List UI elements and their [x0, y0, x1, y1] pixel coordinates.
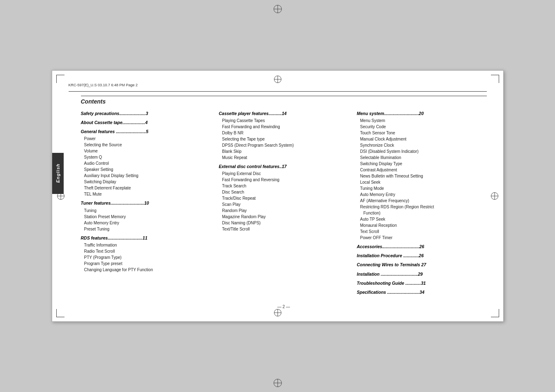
item-scan-play: Scan Play	[219, 201, 349, 208]
corner-mark-tl	[56, 75, 64, 83]
item-playing-cassette: Playing Cassette Tapes	[219, 118, 349, 124]
item-track-search: Track Search	[219, 183, 349, 189]
item-news-bulletin: News Bulletin with Timeout Setting	[357, 173, 487, 179]
reg-mark-bottom	[273, 378, 283, 388]
item-selecting-tape-type: Selecting the Tape type	[219, 136, 349, 142]
item-local-seek: Local Seek	[357, 179, 487, 185]
item-random-play: Random Play	[219, 208, 349, 214]
columns-container: Safety precautions......................…	[81, 110, 487, 297]
item-security-code: Security Code	[357, 124, 487, 130]
item-tuning-mode: Tuning Mode	[357, 185, 487, 191]
item-monaural-reception: Monaural Reception	[357, 222, 487, 228]
section-general: General features .......................…	[81, 128, 211, 135]
item-dpss: DPSS (Direct Program Search System)	[219, 142, 349, 148]
section-safety: Safety precautions......................…	[81, 110, 211, 117]
item-preset-tuning: Preset Tuning	[81, 226, 211, 232]
item-disc-search: Disc Search	[219, 189, 349, 195]
corner-mark-tr	[491, 75, 499, 83]
item-playing-external: Playing External Disc	[219, 171, 349, 177]
english-tab: English	[52, 153, 64, 194]
top-rule	[69, 91, 487, 92]
item-text-title-scroll: Text/Title Scroll	[219, 226, 349, 232]
header-meta: KRC-597(E)_U.S 03.10.7 6:48 PM Page 2	[69, 83, 487, 89]
item-tel-mute: TEL Mute	[81, 191, 211, 197]
item-selecting-source: Selecting the Source	[81, 142, 211, 148]
item-system-q: System Q	[81, 154, 211, 160]
item-volume: Volume	[81, 148, 211, 154]
column-3: Menu system.............................…	[357, 110, 487, 297]
item-text-scroll: Text Scroll	[357, 228, 487, 235]
item-selectable-illumination: Selectable Illumination	[357, 154, 487, 161]
column-2: Cassette player features...........14 Pl…	[219, 110, 349, 233]
item-restricting-rds: Restricting RDS Region (Region Restrict	[357, 204, 487, 210]
page-number: — 2 —	[81, 304, 487, 309]
english-tab-label: English	[55, 164, 60, 183]
item-restricting-rds-cont: Function)	[357, 210, 487, 216]
item-pty: PTY (Program Type)	[81, 254, 211, 261]
column-1: Safety precautions......................…	[81, 110, 211, 273]
item-changing-language: Changing Language for PTY Function	[81, 267, 211, 273]
item-manual-clock: Manual Clock Adjustment	[357, 136, 487, 142]
section-cassette-tape: About Cassette tape...................4	[81, 119, 211, 126]
item-af: AF (Alternative Frequency)	[357, 198, 487, 204]
item-dolby-bnr: Dolby B NR	[219, 130, 349, 136]
page-container: KRC-597(E)_U.S 03.10.7 6:48 PM Page 2 En…	[52, 70, 504, 322]
item-dsi: DSI (Disabled System Indicator)	[357, 148, 487, 154]
item-magazine-random: Magazine Random Play	[219, 214, 349, 220]
item-traffic-info: Traffic Information	[81, 242, 211, 248]
item-fast-forward-reversing: Fast Forwarding and Reversing	[219, 177, 349, 183]
section-menu: Menu system.............................…	[357, 110, 487, 117]
section-external-disc: External disc control features..17	[219, 163, 349, 170]
section-tuner: Tuner features..........................…	[81, 200, 211, 206]
page-title-section: Contents	[81, 96, 487, 105]
reg-mark-top	[273, 4, 283, 14]
section-rds: RDS features............................…	[81, 235, 211, 241]
item-auxiliary-input: Auxiliary Input Display Setting	[81, 173, 211, 179]
reg-mark-page-bottom	[274, 309, 281, 316]
item-disc-naming: Disc Naming (DNPS)	[219, 220, 349, 226]
item-program-type-preset: Program Type preset	[81, 261, 211, 267]
item-radio-text: Radio Text Scroll	[81, 248, 211, 254]
item-blank-skip: Blank Skip	[219, 148, 349, 154]
item-tuning: Tuning	[81, 208, 211, 214]
item-touch-sensor-tone: Touch Sensor Tone	[357, 130, 487, 136]
item-auto-memory: Auto Memory Entry	[81, 220, 211, 226]
item-track-disc-repeat: Track/Disc Repeat	[219, 195, 349, 201]
section-specifications: Specifications .........................…	[357, 289, 487, 295]
section-connecting-wires: Connecting Wires to Terminals 27	[357, 261, 487, 268]
reg-mark-page-right	[491, 192, 498, 200]
section-accessories: Accessories.............................…	[357, 243, 487, 250]
item-theft-deterrent: Theft Deterrent Faceplate	[81, 185, 211, 191]
item-station-preset: Station Preset Memory	[81, 214, 211, 220]
item-audio-control: Audio Control	[81, 160, 211, 166]
section-installation: Installation ...........................…	[357, 271, 487, 277]
item-auto-memory-entry: Auto Memory Entry	[357, 191, 487, 198]
item-power: Power	[81, 136, 211, 142]
item-fast-forward-rewind: Fast Forwarding and Rewinding	[219, 124, 349, 130]
corner-mark-br	[491, 309, 499, 317]
section-installation-procedure: Installation Procedure .............26	[357, 252, 487, 259]
section-cassette-player: Cassette player features...........14	[219, 110, 349, 117]
reg-mark-page-top	[274, 76, 281, 83]
item-contrast-adjustment: Contrast Adjustment	[357, 167, 487, 173]
item-switching-display-type: Switching Display Type	[357, 161, 487, 167]
item-power-off-timer: Power OFF Timer	[357, 235, 487, 241]
corner-mark-bl	[56, 309, 64, 317]
main-content: Contents Safety precautions.............…	[69, 96, 487, 309]
item-menu-system: Menu System	[357, 118, 487, 124]
item-switching-display: Switching Display	[81, 179, 211, 185]
page-title: Contents	[81, 98, 106, 105]
item-synchronize-clock: Synchronize Clock	[357, 142, 487, 148]
item-auto-tp-seek: Auto TP Seek	[357, 216, 487, 222]
item-speaker-setting: Speaker Setting	[81, 166, 211, 173]
item-music-repeat: Music Repeat	[219, 154, 349, 161]
section-troubleshooting: Troubleshooting Guide .............31	[357, 280, 487, 286]
